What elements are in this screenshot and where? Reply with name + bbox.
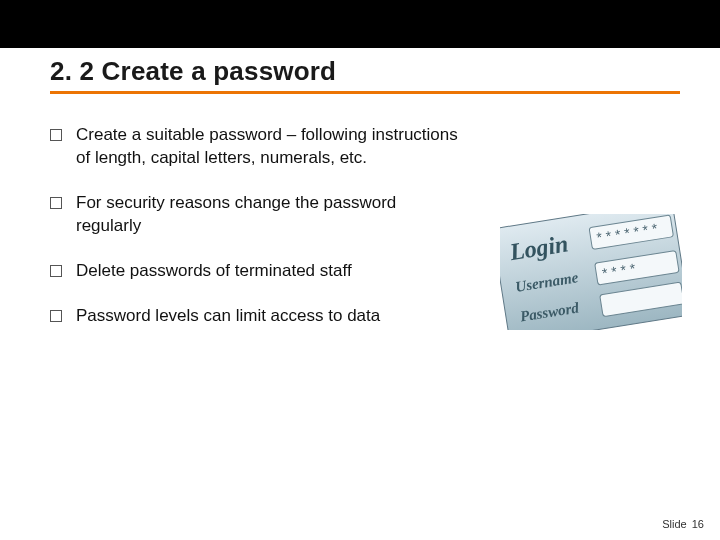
heading-rule [50,91,680,94]
slide-number: Slide 16 [662,518,704,530]
checkbox-icon [50,197,62,209]
top-black-bar [0,0,720,48]
list-item: For security reasons change the password… [50,192,460,238]
bullet-text: Create a suitable password – following i… [76,124,460,170]
list-item: Create a suitable password – following i… [50,124,460,170]
checkbox-icon [50,129,62,141]
login-illustration: Login * * * * * * * Username * * * * Pas… [500,214,682,330]
bullet-list: Create a suitable password – following i… [50,124,460,328]
bullet-text: Delete passwords of terminated staff [76,260,460,283]
list-item: Delete passwords of terminated staff [50,260,460,283]
checkbox-icon [50,265,62,277]
slide-number-label: Slide [662,518,686,530]
checkbox-icon [50,310,62,322]
bullet-text: For security reasons change the password… [76,192,460,238]
slide-number-value: 16 [692,518,704,530]
slide-heading: 2. 2 Create a password [50,56,680,87]
bullet-text: Password levels can limit access to data [76,305,460,328]
list-item: Password levels can limit access to data [50,305,460,328]
